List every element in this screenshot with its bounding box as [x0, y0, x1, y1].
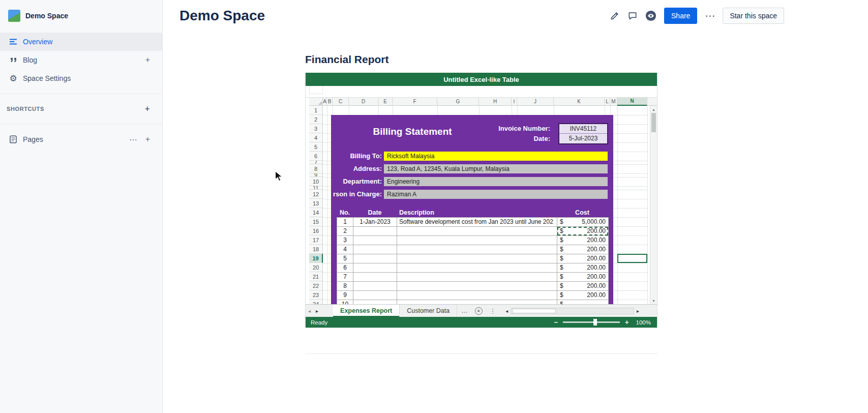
- column-header-L[interactable]: L: [605, 98, 610, 106]
- address-label[interactable]: Address:: [331, 164, 382, 173]
- add-page-button[interactable]: +: [145, 135, 150, 144]
- cell-no[interactable]: 2: [337, 227, 353, 236]
- person-in-charge-label[interactable]: rson in Charge:: [331, 190, 382, 199]
- cell-no[interactable]: 5: [337, 254, 353, 263]
- vertical-scrollbar-thumb[interactable]: [651, 113, 656, 132]
- department-value[interactable]: Engineering: [384, 177, 608, 186]
- sheet-tab-customer-data[interactable]: Customer Data: [400, 305, 457, 317]
- cell-description[interactable]: [397, 291, 557, 300]
- cell-cost[interactable]: $: [557, 300, 609, 304]
- expense-header-cost[interactable]: Cost: [557, 208, 608, 217]
- hscroll-left-button[interactable]: ◂: [503, 308, 511, 314]
- cell-date[interactable]: [353, 236, 397, 245]
- select-all-corner[interactable]: [309, 98, 323, 106]
- cell-cost[interactable]: $5,000.00: [557, 218, 609, 227]
- department-label[interactable]: Department:: [331, 177, 382, 186]
- cell-no[interactable]: 7: [337, 273, 353, 282]
- star-space-button[interactable]: Star this space: [723, 8, 784, 24]
- cell-description[interactable]: [397, 254, 557, 263]
- row-header-2[interactable]: 2: [309, 115, 323, 124]
- expense-header-no[interactable]: No.: [337, 208, 353, 217]
- sidebar-item-overview[interactable]: Overview: [0, 33, 162, 51]
- date-label[interactable]: Date:: [498, 134, 550, 144]
- row-header-4[interactable]: 4: [309, 133, 323, 142]
- cell-date[interactable]: [353, 263, 397, 273]
- tab-scroll-left-button[interactable]: ◂: [306, 305, 313, 317]
- column-header-I[interactable]: I: [512, 98, 517, 106]
- address-value[interactable]: 123, Road A, 12345, Kuala Lumpur, Malays…: [384, 164, 608, 173]
- cell-date[interactable]: [353, 254, 397, 263]
- sheet-options-button[interactable]: ⋮: [486, 305, 500, 317]
- cell-description[interactable]: [397, 263, 557, 273]
- cell-no[interactable]: 1: [337, 218, 353, 227]
- row-header-1[interactable]: 1: [309, 106, 323, 115]
- row-header-24[interactable]: 24: [309, 300, 323, 304]
- invoice-box[interactable]: INV45112 5-Jul-2023: [558, 123, 608, 144]
- expense-header-description[interactable]: Description: [397, 208, 557, 217]
- zoom-slider[interactable]: [563, 321, 620, 323]
- date-value[interactable]: 5-Jul-2023: [559, 134, 607, 143]
- cell-no[interactable]: 3: [337, 236, 353, 245]
- tab-scroll-right-button[interactable]: ▸: [313, 305, 321, 317]
- column-header-C[interactable]: C: [333, 98, 349, 106]
- column-header-A[interactable]: A: [323, 98, 327, 106]
- row-header-13[interactable]: 13: [309, 199, 323, 208]
- column-header-K[interactable]: K: [554, 98, 605, 106]
- row-header-10[interactable]: 10: [309, 177, 323, 186]
- column-header-B[interactable]: B: [327, 98, 333, 106]
- row-header-5[interactable]: 5: [309, 142, 323, 152]
- cell-description[interactable]: [397, 227, 557, 236]
- scroll-up-button[interactable]: ▲: [650, 106, 657, 113]
- row-header-14[interactable]: 14: [309, 208, 323, 217]
- column-header-G[interactable]: G: [437, 98, 479, 106]
- cell-description[interactable]: Software development cost from Jan 2023 …: [397, 218, 557, 227]
- cell-date[interactable]: [353, 282, 397, 291]
- cell-date[interactable]: [353, 291, 397, 300]
- column-header-M[interactable]: M: [610, 98, 617, 106]
- row-header-19[interactable]: 19: [309, 254, 323, 263]
- selected-cell-N19[interactable]: [617, 254, 647, 263]
- row-header-18[interactable]: 18: [309, 245, 323, 254]
- row-header-20[interactable]: 20: [309, 263, 323, 272]
- invoice-number-value[interactable]: INV45112: [559, 124, 607, 134]
- cell-no[interactable]: 10: [337, 300, 353, 304]
- row-header-23[interactable]: 23: [309, 290, 323, 300]
- column-header-H[interactable]: H: [479, 98, 512, 106]
- person-in-charge-value[interactable]: Raziman A: [384, 190, 608, 199]
- row-header-21[interactable]: 21: [309, 272, 323, 281]
- share-button[interactable]: Share: [664, 8, 697, 24]
- edit-button[interactable]: [610, 11, 620, 21]
- row-header-11[interactable]: 11: [309, 186, 323, 190]
- horizontal-scrollbar-track[interactable]: [511, 308, 634, 314]
- column-header-F[interactable]: F: [393, 98, 437, 106]
- sidebar-item-blog[interactable]: Blog +: [0, 51, 162, 69]
- cell-date[interactable]: [353, 245, 397, 254]
- watch-button[interactable]: [645, 10, 656, 21]
- add-shortcut-button[interactable]: +: [145, 104, 150, 113]
- comment-button[interactable]: [627, 11, 638, 21]
- row-header-9[interactable]: 9: [309, 173, 323, 177]
- column-header-D[interactable]: D: [349, 98, 378, 106]
- row-header-17[interactable]: 17: [309, 235, 323, 245]
- sidebar-item-space-settings[interactable]: ⚙ Space Settings: [0, 69, 162, 87]
- zoom-in-button[interactable]: +: [625, 318, 629, 326]
- cell-description[interactable]: [397, 300, 557, 304]
- more-button[interactable]: ⋯: [705, 10, 715, 22]
- cell-date[interactable]: 1-Jan-2023: [353, 218, 397, 227]
- cell-date[interactable]: [353, 227, 397, 236]
- row-header-15[interactable]: 15: [309, 217, 323, 226]
- cell-date[interactable]: [353, 273, 397, 282]
- cell-date[interactable]: [353, 300, 397, 304]
- cell-cost[interactable]: $200.00: [557, 282, 609, 291]
- column-header-N[interactable]: N: [617, 98, 647, 106]
- column-header-E[interactable]: E: [378, 98, 393, 106]
- hscroll-right-button[interactable]: ▸: [634, 308, 642, 314]
- sidebar-item-pages[interactable]: Pages ⋯ +: [0, 130, 162, 149]
- space-header[interactable]: Demo Space: [0, 0, 162, 28]
- sheet-tab-expenses-report[interactable]: Expenses Report: [333, 305, 400, 317]
- cell-cost[interactable]: $200.00: [557, 263, 609, 273]
- cell-cost[interactable]: $200.00: [557, 254, 609, 263]
- vertical-scrollbar-track[interactable]: [650, 132, 657, 297]
- horizontal-scrollbar[interactable]: ◂ ▸: [503, 305, 642, 317]
- billing-to-label[interactable]: Billing To:: [331, 152, 382, 161]
